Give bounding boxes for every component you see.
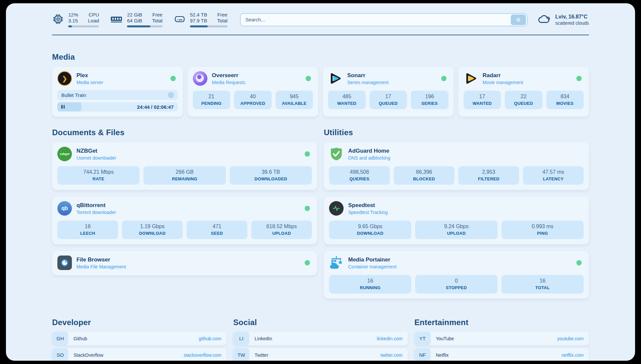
stat-filtered: 2,953 FILTERED bbox=[458, 166, 519, 185]
bookmark-netflix[interactable]: NF Netflix netflix.com bbox=[414, 348, 589, 361]
app-card-overseerr[interactable]: Overseerr Media Requests 21 PENDING 40 A… bbox=[188, 67, 319, 117]
stat-label: WANTED bbox=[330, 101, 364, 106]
stat-label: LATENCY bbox=[525, 176, 582, 181]
stat-latency: 47.57 ms LATENCY bbox=[523, 166, 584, 185]
cpu-percent: 12% bbox=[68, 12, 78, 17]
app-title: NZBGet bbox=[76, 148, 116, 154]
bookmark-abbr: LI bbox=[233, 332, 249, 345]
bookmark-abbr: GH bbox=[52, 332, 68, 345]
bookmark-url: github.com bbox=[199, 336, 221, 341]
app-card-speedtest[interactable]: Speedtest Speedtest Tracking 9.65 Gbps D… bbox=[324, 197, 589, 244]
status-dot bbox=[170, 76, 176, 81]
stat-label: DOWNLOADED bbox=[232, 176, 310, 181]
status-dot bbox=[305, 151, 310, 157]
app-card-filebrowser[interactable]: File Browser Media File Management bbox=[52, 251, 317, 275]
stat-value: 0.993 ms bbox=[504, 224, 582, 229]
bookmark-twitter[interactable]: TW Twitter twitter.com bbox=[233, 348, 408, 361]
stat-label: MOVIES bbox=[548, 101, 582, 106]
stat-label: DOWNLOAD bbox=[124, 231, 181, 236]
stat-label: PENDING bbox=[195, 101, 229, 106]
stat-value: 834 bbox=[548, 94, 582, 100]
stat-pending: 21 PENDING bbox=[193, 91, 230, 109]
pause-icon[interactable] bbox=[61, 105, 65, 109]
stat-value: 945 bbox=[278, 94, 311, 100]
ram-total-value: 64 GiB bbox=[127, 18, 142, 23]
bookmark-url: netflix.com bbox=[562, 352, 584, 358]
stat-label: FILTERED bbox=[460, 176, 517, 181]
stat-value: 9.65 Gbps bbox=[331, 224, 409, 229]
disk-free-value: 52.4 TB bbox=[190, 12, 207, 17]
app-card-qbittorrent[interactable]: qb qBittorrent Torrent downloader 16 LEE… bbox=[52, 197, 317, 244]
app-card-sonarr[interactable]: Sonarr Series management 485 WANTED 17 Q… bbox=[323, 67, 454, 117]
app-title: Speedtest bbox=[348, 202, 388, 209]
app-subtitle: Torrent downloader bbox=[76, 210, 116, 215]
app-card-plex[interactable]: ❯ Plex Media server Bullet Train bbox=[52, 67, 183, 117]
app-subtitle: Media server bbox=[76, 80, 103, 85]
bookmark-youtube[interactable]: YT YouTube youtube.com bbox=[414, 332, 589, 345]
header-divider bbox=[52, 35, 589, 35]
cpu-label-2: Load bbox=[88, 18, 99, 23]
app-card-adguard[interactable]: AdGuard Home DNS and adblocking 498,508 … bbox=[324, 142, 589, 190]
app-title: Media Portainer bbox=[348, 257, 396, 263]
app-subtitle: Media File Management bbox=[76, 264, 126, 269]
app-title: AdGuard Home bbox=[348, 148, 390, 154]
stat-value: 16 bbox=[504, 278, 582, 284]
section-title-documents: Documents & Files bbox=[52, 128, 317, 137]
stat-value: 9.24 Gbps bbox=[417, 224, 495, 229]
app-card-nzbget[interactable]: nzbget NZBGet Usenet downloader 744.21 M… bbox=[52, 142, 317, 190]
app-subtitle: Container management bbox=[348, 264, 396, 269]
bookmark-github[interactable]: GH Github github.com bbox=[52, 332, 227, 345]
bookmark-abbr: SO bbox=[52, 348, 68, 361]
weather-location-temp: Lviv, 16.87°C bbox=[555, 14, 589, 20]
ram-stat: 22 GiB Free 64 GiB Total bbox=[110, 12, 163, 27]
stat-value: 40 bbox=[236, 94, 270, 100]
disk-progress-fill bbox=[190, 25, 208, 27]
stat-value: 22 bbox=[507, 94, 540, 100]
radarr-logo-icon bbox=[464, 71, 478, 86]
status-dot bbox=[576, 260, 582, 265]
playback-progress-bar[interactable]: 24:44 / 02:06:47 bbox=[57, 102, 178, 111]
qbittorrent-logo-icon: qb bbox=[57, 201, 72, 216]
stat-ping: 0.993 ms PING bbox=[502, 221, 584, 239]
app-card-portainer[interactable]: Media Portainer Container management 16 … bbox=[324, 251, 589, 299]
bookmark-abbr: YT bbox=[414, 332, 431, 345]
bookmark-abbr: TW bbox=[233, 348, 249, 361]
bookmark-url: twitter.com bbox=[381, 352, 403, 358]
section-title-social: Social bbox=[233, 318, 408, 327]
stat-upload: 618.52 Mbps UPLOAD bbox=[251, 221, 312, 239]
ram-label-1: Free bbox=[152, 12, 163, 17]
stat-value: 16 bbox=[59, 224, 116, 229]
section-title-media: Media bbox=[52, 52, 589, 62]
stat-seed: 471 SEED bbox=[187, 221, 247, 239]
speedtest-logo-icon bbox=[329, 201, 344, 216]
stat-label: RATE bbox=[59, 176, 137, 181]
app-subtitle: Speedtest Tracking bbox=[348, 210, 388, 215]
stat-value: 17 bbox=[372, 94, 405, 100]
ram-progress-track bbox=[127, 25, 163, 27]
stat-rate: 744.21 Mbps RATE bbox=[57, 166, 139, 185]
stat-download: 9.65 Gbps DOWNLOAD bbox=[329, 221, 411, 239]
status-dot bbox=[576, 76, 582, 81]
filebrowser-logo-icon bbox=[57, 256, 72, 270]
weather-condition: scattered clouds bbox=[555, 20, 589, 26]
stat-wanted: 17 WANTED bbox=[464, 91, 501, 109]
disk-total-value: 97.9 TB bbox=[190, 18, 207, 23]
stat-leech: 16 LEECH bbox=[57, 221, 118, 239]
playback-time: 24:44 / 02:06:47 bbox=[137, 104, 174, 110]
search-input[interactable] bbox=[245, 17, 511, 22]
cpu-load-value: 3.15 bbox=[68, 18, 78, 23]
stat-value: 17 bbox=[466, 94, 499, 100]
ram-free-value: 22 GiB bbox=[127, 12, 142, 17]
bookmark-stackoverflow[interactable]: SO StackOverflow stackoverflow.com bbox=[52, 348, 227, 361]
disk-stat: 52.4 TB Free 97.9 TB Total bbox=[174, 12, 228, 27]
stat-label: QUERIES bbox=[331, 176, 388, 181]
app-title: Overseerr bbox=[212, 72, 245, 79]
stat-value: 485 bbox=[330, 94, 364, 100]
stat-queries: 498,508 QUERIES bbox=[329, 166, 390, 185]
app-subtitle: DNS and adblocking bbox=[348, 155, 390, 161]
ram-icon bbox=[110, 14, 123, 25]
search-engine-button[interactable]: G bbox=[511, 15, 526, 25]
bookmark-linkedin[interactable]: LI LinkedIn linkedin.com bbox=[233, 332, 408, 345]
app-card-radarr[interactable]: Radarr Movie management 17 WANTED 22 QUE… bbox=[458, 67, 589, 117]
stat-label: RUNNING bbox=[331, 285, 409, 290]
